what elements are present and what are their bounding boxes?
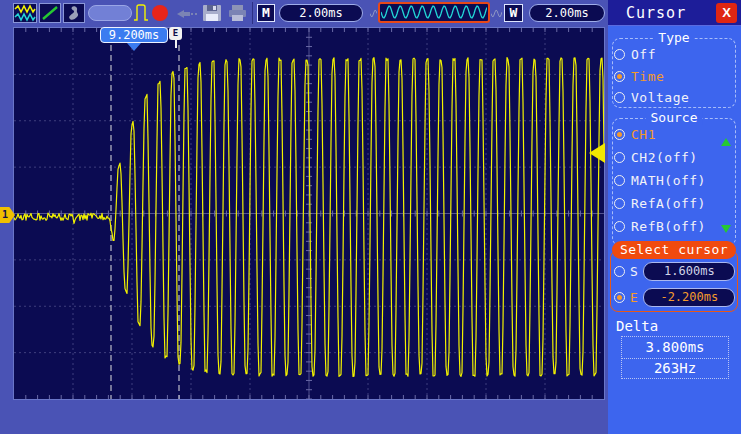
radio-label: Voltage (631, 90, 689, 105)
cursor-e-row[interactable]: E -2.200ms (614, 287, 735, 307)
radio-icon (614, 292, 625, 303)
radio-icon (614, 49, 625, 60)
radio-label: Time (631, 69, 664, 84)
radio-icon (614, 152, 625, 163)
selected-cursor-flag[interactable]: E (169, 27, 182, 40)
main-timebase-badge: M (257, 4, 275, 22)
delta-frequency-readout: 263Hz (621, 358, 729, 379)
radio-source-math[interactable]: MATH(off) (614, 170, 706, 190)
cursor-menu-panel: Cursor X Type Off Time Voltage Source CH… (608, 0, 741, 434)
horizontal-position-marker[interactable] (127, 43, 141, 51)
radio-source-ch1[interactable]: CH1 (614, 124, 656, 144)
top-toolbar: M 2.00ms W 2.00ms (0, 0, 608, 26)
cursor-e-label: E (630, 290, 638, 305)
radio-label: MATH(off) (631, 173, 706, 188)
source-section-legend: Source (646, 110, 703, 125)
close-icon[interactable]: X (716, 3, 737, 23)
bottom-status-bar: DC 20 10.0mV CH1 16.0mV 0.00000Hz (0, 400, 608, 434)
cursor-e-value: -2.200ms (643, 288, 735, 307)
window-timebase-readout: 2.00ms (529, 4, 605, 22)
empty-readout (88, 5, 132, 21)
type-section-legend: Type (653, 30, 694, 45)
record-wave-left (370, 8, 377, 19)
radio-icon (614, 71, 625, 82)
radio-icon (614, 175, 625, 186)
save-icon[interactable] (202, 4, 222, 26)
grab-hand-icon[interactable] (63, 3, 85, 23)
trigger-level-marker[interactable] (589, 143, 605, 163)
radio-source-ch2[interactable]: CH2(off) (614, 147, 698, 167)
radio-label: CH1 (631, 127, 656, 142)
radio-icon (614, 221, 625, 232)
scroll-down-icon[interactable] (721, 225, 731, 233)
cursor-s-value: 1.600ms (643, 262, 735, 281)
radio-icon (614, 266, 625, 277)
delta-label: Delta (616, 318, 658, 334)
radio-label: RefA(off) (631, 196, 706, 211)
waveform-display-area (13, 27, 605, 400)
menu-header: Cursor X (608, 0, 741, 26)
toolbar-divider (252, 2, 253, 24)
diagonal-line-icon[interactable] (39, 3, 61, 23)
beep-icon[interactable] (176, 6, 198, 25)
radio-icon (614, 198, 625, 209)
radio-type-voltage[interactable]: Voltage (614, 87, 689, 107)
select-cursor-button[interactable]: Select cursor (612, 241, 736, 259)
record-icon[interactable] (152, 5, 168, 21)
cursor-s-label: S (630, 264, 638, 279)
main-timebase-readout: 2.00ms (279, 4, 363, 22)
menu-title: Cursor (626, 4, 686, 22)
cursor-flag-stem (175, 40, 177, 48)
radio-label: Off (631, 47, 656, 62)
radio-icon (614, 92, 625, 103)
channels-display-icon[interactable] (13, 3, 37, 23)
oscilloscope-screen: M 2.00ms W 2.00ms 9.200ms E 1 DC 20 (0, 0, 741, 434)
zoom-window-preview[interactable] (378, 2, 490, 23)
radio-source-refb[interactable]: RefB(off) (614, 216, 706, 236)
radio-icon (614, 129, 625, 140)
radio-type-time[interactable]: Time (614, 66, 664, 86)
print-icon[interactable] (227, 4, 248, 26)
cursor-s-row[interactable]: S 1.600ms (614, 261, 735, 281)
scroll-up-icon[interactable] (721, 138, 731, 146)
horizontal-delay-readout[interactable]: 9.200ms (100, 27, 168, 43)
delta-time-readout: 3.800ms (621, 336, 729, 359)
window-timebase-badge: W (504, 4, 523, 22)
radio-source-refa[interactable]: RefA(off) (614, 193, 706, 213)
radio-label: RefB(off) (631, 219, 706, 234)
radio-type-off[interactable]: Off (614, 44, 656, 64)
radio-label: CH2(off) (631, 150, 698, 165)
pulse-capture-icon[interactable] (133, 3, 151, 27)
record-wave-right (491, 8, 502, 19)
